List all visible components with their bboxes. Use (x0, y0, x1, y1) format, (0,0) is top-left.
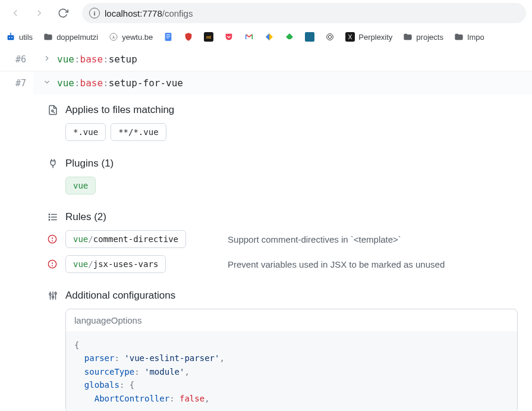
svg-point-2 (11, 37, 12, 38)
file-icon (48, 105, 58, 115)
svg-marker-14 (266, 33, 269, 40)
svg-point-37 (55, 293, 56, 294)
file-pattern: *.vue (65, 123, 106, 141)
bookmark-doppelmutzi[interactable]: doppelmutzi (43, 32, 98, 42)
config-header-6[interactable]: vue:base:setup (33, 48, 532, 71)
reload-button[interactable] (53, 4, 73, 23)
svg-rect-9 (166, 36, 171, 37)
bookmark-pocket[interactable] (224, 32, 234, 42)
rule-description: Prevent variables used in JSX to be mark… (228, 259, 518, 269)
error-icon (48, 234, 57, 244)
svg-point-33 (49, 293, 51, 295)
bookmark-diamond[interactable] (265, 32, 274, 42)
svg-point-4 (10, 33, 11, 34)
mt-icon: mt (204, 32, 213, 42)
bookmark-perplexity[interactable]: Perplexity (345, 32, 392, 42)
svg-point-23 (49, 214, 50, 215)
svg-rect-10 (166, 37, 169, 38)
config-name: vue:base:setup (57, 54, 137, 65)
svg-rect-15 (305, 32, 314, 42)
list-icon (48, 212, 58, 222)
error-icon (48, 259, 57, 269)
svg-point-25 (49, 219, 50, 221)
rule-name[interactable]: vue/comment-directive (65, 230, 186, 248)
rules-header: Rules (2) (65, 211, 106, 223)
svg-point-16 (327, 34, 333, 40)
url-text: localhost:7778/configs (105, 8, 193, 18)
docs-icon (163, 32, 173, 42)
bookmark-gmail[interactable] (244, 32, 254, 42)
sliders-icon (48, 290, 58, 301)
svg-point-19 (52, 110, 53, 112)
svg-point-17 (329, 35, 332, 38)
gmail-icon (244, 32, 254, 42)
forward-button[interactable] (30, 4, 49, 23)
rules-section: Rules (2) vue/comment-directive Support … (48, 211, 518, 273)
svg-text:mt: mt (206, 35, 212, 39)
bookmark-shield[interactable] (184, 32, 193, 42)
square-icon (305, 32, 314, 42)
back-button[interactable] (6, 4, 25, 23)
bookmark-mt[interactable]: mt (204, 32, 213, 42)
openai-icon (325, 32, 335, 42)
config-index: #7 (0, 78, 33, 89)
files-section: Applies to files matching *.vue **/*.vue (48, 104, 518, 141)
folder-icon (43, 32, 53, 42)
bookmark-openai[interactable] (325, 32, 335, 42)
svg-rect-8 (166, 34, 171, 35)
svg-point-31 (52, 265, 53, 266)
config-row-7: #7 vue:base:setup-for-vue (0, 71, 532, 95)
svg-text:λ: λ (112, 34, 115, 40)
config-header-7[interactable]: vue:base:setup-for-vue (33, 71, 532, 95)
additional-header: Additional configurations (65, 290, 175, 302)
code-block: { parser: 'vue-eslint-parser', sourceTyp… (66, 331, 517, 411)
bookmarks-bar: utils doppelmutzi λ yewtu.be mt (0, 26, 532, 48)
chevron-down-icon (43, 77, 51, 89)
config-row-6: #6 vue:base:setup (0, 48, 532, 71)
bookmark-yewtube[interactable]: λ yewtu.be (109, 32, 153, 42)
site-info-icon[interactable]: i (89, 8, 100, 18)
bookmark-import[interactable]: Impo (454, 32, 484, 42)
svg-point-35 (52, 296, 54, 298)
svg-rect-0 (8, 35, 14, 40)
config-name: vue:base:setup-for-vue (57, 77, 183, 89)
rule-name[interactable]: vue/jsx-uses-vars (65, 255, 166, 273)
plugin-pill[interactable]: vue (65, 177, 96, 194)
code-title: languageOptions (66, 309, 517, 331)
plugins-header: Plugins (1) (65, 158, 114, 170)
bookmark-blue[interactable] (305, 32, 314, 42)
bookmark-docs[interactable] (163, 32, 173, 42)
bookmark-projects[interactable]: projects (403, 32, 443, 42)
chevron-right-icon (43, 54, 51, 65)
shield-icon (184, 32, 193, 42)
folder-icon (454, 32, 464, 42)
svg-point-1 (9, 37, 10, 38)
robot-icon (6, 32, 15, 42)
config-index: #6 (0, 54, 33, 65)
svg-point-24 (49, 217, 50, 218)
code-box: languageOptions { parser: 'vue-eslint-pa… (65, 309, 518, 411)
svg-rect-7 (165, 33, 172, 40)
diamond-icon (265, 32, 274, 42)
plug-icon (48, 158, 58, 169)
circle-icon: λ (109, 32, 118, 42)
perplexity-icon (345, 32, 355, 42)
files-header: Applies to files matching (65, 104, 174, 116)
file-pattern: **/*.vue (111, 123, 166, 141)
feedly-icon (285, 32, 294, 42)
rule-description: Support comment-directives in `<template… (228, 234, 518, 244)
bookmark-utils[interactable]: utils (6, 32, 33, 42)
additional-section: Additional configurations languageOption… (48, 290, 518, 411)
svg-point-28 (52, 240, 53, 241)
pocket-icon (224, 32, 234, 42)
address-bar[interactable]: i localhost:7778/configs (82, 3, 526, 23)
config-detail: Applies to files matching *.vue **/*.vue… (33, 95, 532, 411)
folder-icon (403, 32, 413, 42)
bookmark-feedly[interactable] (285, 32, 294, 42)
plugins-section: Plugins (1) vue (48, 158, 518, 194)
